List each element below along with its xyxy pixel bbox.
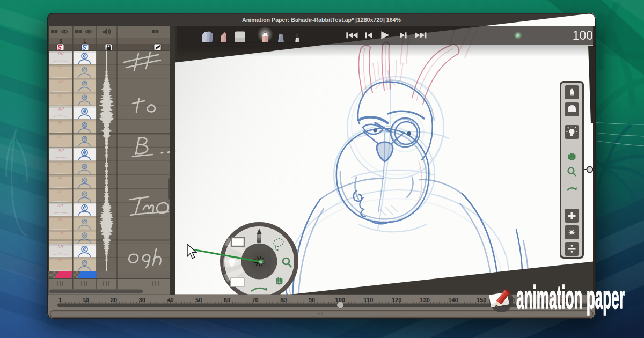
svg-text:1: 1	[83, 38, 86, 44]
svg-text:animation paper: animation paper	[516, 278, 625, 315]
svg-text:100: 100	[573, 28, 593, 42]
svg-text:Animation Paper: Bahadir-Rabbi: Animation Paper: Bahadir-RabbitTest.ap* …	[242, 17, 401, 23]
svg-text:3: 3	[59, 38, 62, 44]
